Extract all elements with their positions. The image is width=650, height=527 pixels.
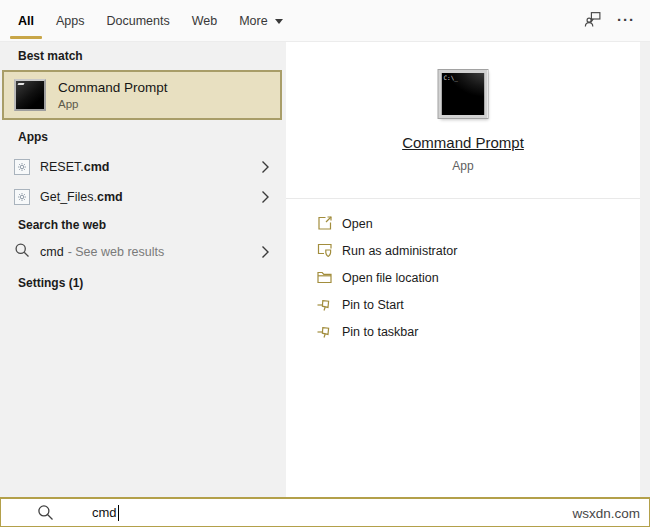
cmd-file-icon (14, 159, 30, 175)
caret-down-icon (275, 19, 283, 24)
preview-panel: C:\_ Command Prompt App Open (286, 42, 640, 497)
action-run-as-administrator[interactable]: Run as administrator (286, 237, 640, 264)
action-label: Pin to Start (342, 298, 404, 312)
search-query-text: cmd (92, 505, 117, 520)
action-label: Open (342, 217, 373, 231)
result-reset-cmd[interactable]: RESET.cmd (0, 152, 286, 182)
best-match-header: Best match (18, 49, 83, 63)
chevron-right-icon[interactable] (261, 160, 270, 174)
feedback-icon[interactable] (584, 10, 602, 32)
search-icon (37, 504, 54, 521)
action-label: Open file location (342, 271, 439, 285)
search-flyout-window: All Apps Documents Web More ··· Best mat… (0, 0, 650, 527)
search-the-web-header: Search the web (18, 218, 106, 232)
settings-header: Settings (1) (18, 276, 83, 290)
folder-icon (315, 269, 333, 286)
apps-header: Apps (18, 130, 48, 144)
tab-more[interactable]: More (239, 0, 282, 42)
search-bar[interactable]: cmd wsxdn.com (0, 497, 650, 527)
tab-apps-label: Apps (56, 14, 85, 28)
action-label: Run as administrator (342, 244, 457, 258)
result-label: Get_Files.cmd (40, 190, 123, 204)
pin-icon (315, 296, 333, 313)
icon-prompt-text: C:\_ (444, 74, 458, 81)
action-list: Open Run as administrator (286, 210, 640, 345)
preview-title[interactable]: Command Prompt (286, 134, 640, 151)
tab-bar-actions: ··· (584, 0, 635, 42)
result-label: RESET.cmd (40, 160, 109, 174)
tab-all-label: All (18, 14, 34, 28)
best-match-title: Command Prompt (58, 80, 168, 95)
command-prompt-icon (14, 79, 46, 111)
text-caret (118, 505, 119, 521)
action-label: Pin to taskbar (342, 325, 418, 339)
result-label: cmd- See web results (40, 245, 164, 259)
shield-window-icon (315, 242, 333, 259)
preview-subtitle: App (286, 159, 640, 173)
best-match-result-command-prompt[interactable]: Command Prompt App (2, 70, 282, 120)
launch-icon (315, 215, 333, 232)
best-match-subtitle: App (58, 98, 168, 110)
tab-more-label: More (239, 14, 267, 28)
result-web-cmd[interactable]: cmd- See web results (0, 237, 286, 267)
preview-separator (286, 198, 640, 199)
action-open[interactable]: Open (286, 210, 640, 237)
tab-apps[interactable]: Apps (56, 0, 85, 42)
tab-web[interactable]: Web (192, 0, 217, 42)
command-prompt-large-icon: C:\_ (439, 70, 488, 118)
tab-list: All Apps Documents Web More (18, 0, 283, 42)
chevron-right-icon[interactable] (261, 190, 270, 204)
watermark-text: wsxdn.com (572, 505, 640, 520)
action-open-file-location[interactable]: Open file location (286, 264, 640, 291)
tab-all[interactable]: All (18, 0, 34, 42)
pin-icon (315, 323, 333, 340)
tab-web-label: Web (192, 14, 217, 28)
search-input[interactable]: cmd (92, 505, 119, 521)
more-options-icon[interactable]: ··· (617, 12, 635, 31)
results-panel: Best match Command Prompt App Apps RESET… (0, 42, 286, 497)
scrollbar-track[interactable] (640, 42, 650, 497)
search-icon (14, 242, 30, 262)
chevron-right-icon[interactable] (261, 245, 270, 259)
web-result-hint: - See web results (68, 245, 165, 259)
cmd-file-icon (14, 189, 30, 205)
tab-bar: All Apps Documents Web More ··· (0, 0, 650, 42)
action-pin-to-start[interactable]: Pin to Start (286, 291, 640, 318)
best-match-text: Command Prompt App (58, 80, 168, 110)
result-get-files-cmd[interactable]: Get_Files.cmd (0, 182, 286, 212)
tab-documents[interactable]: Documents (106, 0, 169, 42)
action-pin-to-taskbar[interactable]: Pin to taskbar (286, 318, 640, 345)
tab-documents-label: Documents (106, 14, 169, 28)
